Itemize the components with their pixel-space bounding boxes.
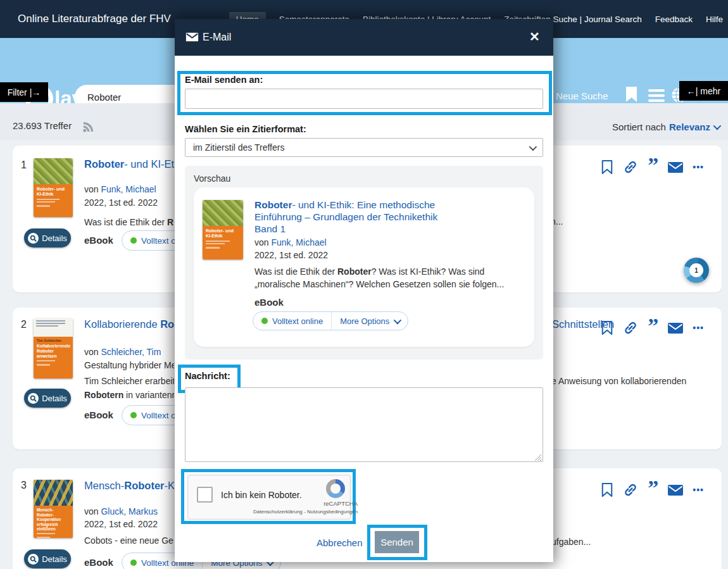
more-actions-icon[interactable]: •••: [693, 162, 704, 172]
citation-icon[interactable]: ”: [648, 161, 658, 173]
result-author-line: von Gluck, Markus: [84, 506, 174, 516]
result-description-line2: Robotern in variantenr: [84, 390, 174, 400]
email-dialog: E-Mail ✕ E-Mail senden an: Wählen Sie ei…: [175, 19, 553, 562]
permalink-icon[interactable]: [623, 320, 638, 335]
dialog-header: E-Mail ✕: [175, 19, 553, 56]
result-description: Cobots - eine neue Ge: [84, 535, 174, 546]
email-icon[interactable]: [668, 323, 683, 334]
recaptcha-label: Ich bin kein Roboter.: [221, 490, 302, 500]
author-link[interactable]: Funk, Michael: [101, 184, 156, 194]
material-type-label: eBook: [254, 297, 284, 308]
email-to-label: E-Mail senden an:: [185, 75, 263, 85]
available-dot-icon: [261, 318, 268, 324]
email-icon[interactable]: [668, 485, 683, 496]
recaptcha-links[interactable]: Datenschutzerklärung - Nutzungsbedingung…: [223, 509, 358, 515]
site-title: Online Literaturabfrage der FHV: [18, 13, 171, 25]
citation-icon[interactable]: ”: [648, 484, 658, 496]
citation-donut-badge[interactable]: 1: [684, 258, 709, 283]
available-dot-icon: [130, 560, 137, 566]
preview-edition: 2022, 1st ed. 2022: [254, 250, 527, 260]
sort-value: Relevanz: [669, 122, 710, 132]
preview-title-link[interactable]: Roboter- und KI-Ethik: Eine methodische …: [254, 199, 527, 235]
dialog-title: E-Mail: [203, 32, 231, 43]
more-actions-icon[interactable]: •••: [693, 485, 704, 495]
result-author-line: von Schleicher, Tim: [84, 347, 174, 357]
more-actions-icon[interactable]: •••: [693, 323, 704, 333]
result-description: Tim Schleicher erarbeit: [84, 376, 174, 386]
message-label: Nachricht:: [185, 371, 230, 381]
email-to-input[interactable]: [185, 89, 543, 109]
availability-pill[interactable]: Volltext online More Options: [253, 311, 408, 330]
badge-count: 1: [689, 263, 703, 277]
author-link[interactable]: Gluck, Markus: [101, 506, 157, 516]
details-button[interactable]: Details: [24, 549, 71, 568]
author-link[interactable]: Schleicher, Tim: [101, 347, 161, 357]
pin-bookmark-icon[interactable]: [601, 482, 613, 497]
citation-format-label: Wählen Sie ein Zitierformat:: [185, 124, 306, 134]
details-button[interactable]: Details: [24, 228, 71, 247]
author-link[interactable]: Funk, Michael: [271, 237, 326, 247]
material-type-label: eBook: [84, 557, 113, 568]
preview-label: Vorschau: [194, 173, 230, 184]
material-type-label: eBook: [84, 235, 113, 246]
result-actions: ” •••: [601, 159, 704, 175]
cancel-button[interactable]: Abbrechen: [317, 537, 363, 548]
preview-description: Was ist die Ethik der Roboter? Was ist K…: [254, 266, 527, 291]
magnifier-icon: [28, 233, 39, 244]
result-description: Was ist die Ethik der R: [84, 217, 174, 227]
description-fragment: e Anweisung von kollaborierenden: [551, 376, 686, 386]
book-cover-thumbnail[interactable]: Roboter- und KI-Ethik: [34, 158, 73, 217]
result-subtitle: Gestaltung hybrider Mens: [84, 360, 174, 370]
result-actions: ” •••: [601, 482, 704, 497]
magnifier-icon: [28, 393, 39, 404]
email-icon[interactable]: [668, 162, 683, 173]
available-dot-icon: [130, 237, 137, 244]
result-title-link[interactable]: Mensch-Roboter-K: [84, 480, 174, 492]
book-cover-thumbnail[interactable]: Mensch-Roboter- Kooperation erfolgreich …: [34, 480, 73, 538]
citation-format-select[interactable]: im Zitierstil des Treffers: [185, 138, 543, 157]
recaptcha-widget: Ich bin kein Roboter. reCAPTCHA Datensch…: [187, 475, 351, 520]
details-button[interactable]: Details: [24, 389, 71, 408]
bookmark-pin-icon[interactable]: [625, 87, 637, 103]
chevron-down-icon: [529, 142, 537, 151]
recaptcha-checkbox[interactable]: [197, 487, 213, 503]
result-number: 2: [21, 319, 27, 330]
available-dot-icon: [130, 412, 137, 418]
menu-icon[interactable]: [648, 89, 665, 104]
close-icon[interactable]: ✕: [529, 29, 540, 44]
result-author-line: von Funk, Michael: [84, 184, 174, 194]
result-title-link[interactable]: Kollaborierende Ro: [84, 318, 174, 330]
magnifier-icon: [28, 554, 39, 565]
citation-icon[interactable]: ”: [648, 322, 658, 334]
title-fragment[interactable]: Schnittstellen: [552, 318, 622, 330]
permalink-icon[interactable]: [623, 159, 638, 175]
result-number: 1: [21, 159, 27, 171]
nav-item-feedback[interactable]: Feedback: [655, 15, 693, 24]
book-cover-thumbnail: Roboter- und KI-Ethik: [203, 200, 243, 259]
pin-bookmark-icon[interactable]: [601, 159, 613, 175]
result-edition: 2022, 1st ed. 2022: [84, 519, 174, 529]
recaptcha-brand: reCAPTCHA: [313, 500, 358, 507]
fulltext-segment[interactable]: Volltext online: [253, 312, 331, 330]
result-title-link[interactable]: Roboter- und KI-Et: [84, 158, 174, 170]
nav-item-hilfe[interactable]: Hilfe: [706, 15, 723, 24]
screen: Online Literaturabfrage der FHV Home Sem…: [0, 0, 728, 569]
filter-button[interactable]: Filter |→: [0, 82, 48, 102]
sort-control[interactable]: Sortiert nach Relevanz: [612, 122, 719, 132]
envelope-icon: [185, 32, 199, 42]
result-edition: 2022, 1st ed. 2022: [84, 197, 174, 208]
result-number: 3: [21, 480, 27, 491]
material-type-label: eBook: [84, 410, 113, 420]
recaptcha-logo-icon: [326, 479, 345, 498]
description-fragment: ufgaben...: [551, 537, 591, 547]
send-button[interactable]: Senden: [375, 531, 419, 553]
rss-icon[interactable]: [82, 121, 94, 133]
preview-author-line: von Funk, Michael: [254, 237, 527, 247]
more-filters-button[interactable]: ←| mehr: [679, 81, 728, 101]
permalink-icon[interactable]: [623, 482, 638, 497]
new-search-link[interactable]: Neue Suche: [556, 91, 608, 101]
sort-label: Sortiert nach: [612, 122, 666, 132]
message-textarea[interactable]: [185, 387, 543, 462]
more-options-segment[interactable]: More Options: [332, 312, 408, 330]
book-cover-thumbnail[interactable]: Tim Schleicher Kollaborierende Roboter a…: [34, 318, 73, 378]
